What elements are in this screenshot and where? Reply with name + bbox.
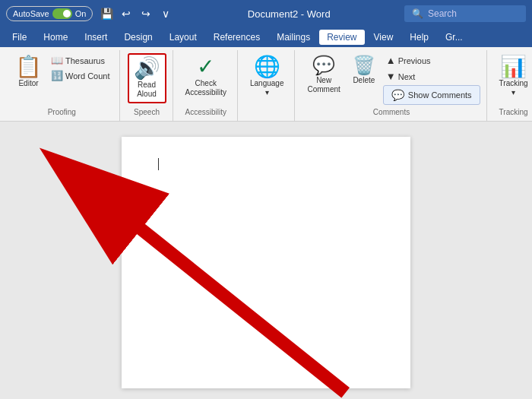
language-label: Language▾ [250,79,284,97]
tracking-group: 📊 Tracking▾ Tracking [489,50,532,121]
next-comment-button[interactable]: ▼ Next [383,69,480,84]
menu-home[interactable]: Home [36,30,75,45]
document-area [0,122,532,399]
previous-comment-button[interactable]: ▲ Previous [383,53,480,68]
language-group: 🌐 Language▾ [239,50,296,121]
tracking-buttons: 📊 Tracking▾ [495,53,532,105]
autosave-badge[interactable]: AutoSave On [6,6,93,21]
new-comment-button[interactable]: 💬 NewComment [302,53,344,97]
accessibility-group-label: Accessibility [185,105,226,118]
window-title: Document2 - Word [179,8,398,20]
tracking-label: Tracking▾ [499,79,528,97]
speech-buttons: 🔊 ReadAloud [128,53,166,105]
show-comments-icon: 💬 [391,89,404,101]
tracking-group-label: Tracking [499,105,528,118]
text-cursor [158,158,159,170]
word-count-icon: 🔢 [51,70,63,81]
delete-label: Delete [353,76,375,85]
previous-icon: ▲ [386,55,396,66]
tracking-button[interactable]: 📊 Tracking▾ [495,53,532,100]
editor-label: Editor [18,79,38,88]
check-accessibility-label: CheckAccessibility [185,79,226,97]
save-icon[interactable]: 💾 [99,6,114,21]
ribbon: 📋 Editor 📖 Thesaurus 🔢 Word Count Proofi… [0,47,532,122]
redo-icon[interactable]: ↪ [138,6,154,21]
menu-view[interactable]: View [366,30,401,45]
document-page[interactable] [122,137,410,388]
editor-button[interactable]: 📋 Editor [11,53,46,91]
more-icon[interactable]: ∨ [158,6,173,21]
new-comment-icon: 💬 [312,56,335,74]
next-label: Next [398,72,416,81]
thesaurus-label: Thesaurus [65,56,105,65]
menu-design[interactable]: Design [116,30,160,45]
proofing-group-label: Proofing [48,105,76,118]
search-box[interactable]: 🔍 Search [404,5,526,22]
next-icon: ▼ [386,71,396,82]
thesaurus-button[interactable]: 📖 Thesaurus [48,53,113,68]
word-count-button[interactable]: 🔢 Word Count [48,68,113,83]
search-placeholder: Search [428,8,457,19]
delete-icon: 🗑️ [353,56,375,74]
proofing-buttons: 📋 Editor 📖 Thesaurus 🔢 Word Count [11,53,113,105]
quick-access-toolbar: 💾 ↩ ↪ ∨ [99,6,173,21]
speech-group-label: Speech [134,105,160,118]
thesaurus-icon: 📖 [51,55,63,66]
previous-label: Previous [398,56,431,65]
menu-layout[interactable]: Layout [162,30,204,45]
title-bar: AutoSave On 💾 ↩ ↪ ∨ Document2 - Word 🔍 S… [0,0,532,27]
accessibility-buttons: ✓ CheckAccessibility [181,53,231,105]
new-comment-label: NewComment [307,76,340,94]
check-accessibility-icon: ✓ [197,56,214,78]
comments-group-label: Comments [373,105,410,118]
show-comments-label: Show Comments [408,90,472,100]
search-icon: 🔍 [412,8,423,19]
menu-bar: File Home Insert Design Layout Reference… [0,27,532,47]
speech-group: 🔊 ReadAloud Speech [122,50,173,121]
word-count-label: Word Count [65,71,110,81]
proofing-small-buttons: 📖 Thesaurus 🔢 Word Count [48,53,113,83]
menu-references[interactable]: References [206,30,268,45]
read-aloud-button[interactable]: 🔊 ReadAloud [128,53,166,103]
comments-group: 💬 NewComment 🗑️ Delete ▲ Previous ▼ [296,50,486,121]
language-icon: 🌐 [254,56,280,78]
autosave-knob [63,10,71,17]
proofing-group: 📋 Editor 📖 Thesaurus 🔢 Word Count Proofi… [5,50,120,121]
menu-insert[interactable]: Insert [77,30,115,45]
show-comments-button[interactable]: 💬 Show Comments [383,85,480,105]
read-aloud-icon: 🔊 [134,58,160,79]
editor-icon: 📋 [15,56,42,78]
menu-gr[interactable]: Gr... [438,30,470,45]
autosave-toggle[interactable] [52,8,72,19]
check-accessibility-button[interactable]: ✓ CheckAccessibility [181,53,231,100]
language-button[interactable]: 🌐 Language▾ [245,53,289,100]
menu-file[interactable]: File [5,30,34,45]
menu-mailings[interactable]: Mailings [269,30,318,45]
delete-comment-button[interactable]: 🗑️ Delete [348,53,380,88]
undo-icon[interactable]: ↩ [119,6,134,21]
read-aloud-label: ReadAloud [137,81,157,99]
tracking-icon: 📊 [500,56,527,78]
autosave-state: On [75,9,87,18]
menu-help[interactable]: Help [402,30,436,45]
menu-review[interactable]: Review [319,30,364,45]
accessibility-group: ✓ CheckAccessibility Accessibility [175,50,238,121]
language-buttons: 🌐 Language▾ [245,53,289,113]
autosave-label: AutoSave [13,9,49,18]
